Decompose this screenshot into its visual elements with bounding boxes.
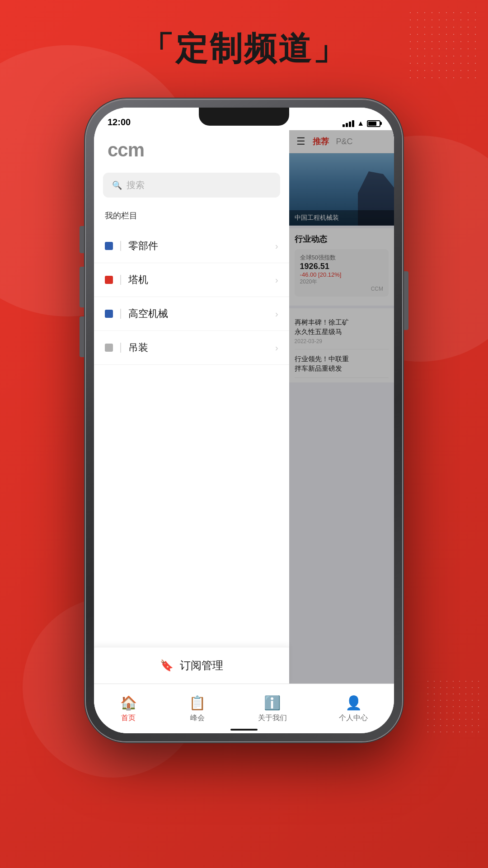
home-icon: 🏠 [120, 695, 137, 711]
volume-up-button [80, 267, 84, 307]
menu-label-gaokong: 高空机械 [128, 307, 275, 321]
volume-silent-button [80, 226, 84, 253]
category-color-dot-diaozhuang [105, 344, 113, 352]
tab-label-summit: 峰会 [190, 713, 205, 723]
category-color-dot-taiji [105, 276, 113, 284]
tab-label-home: 首页 [121, 713, 136, 723]
search-bar[interactable]: 🔍 搜索 [103, 173, 280, 198]
category-list: 零部件 › 塔机 › 高空机械 › [94, 229, 289, 365]
section-label: 我的栏目 [94, 207, 289, 225]
bottom-tab-bar: 🏠 首页 📋 峰会 ℹ️ 关于我们 👤 个人中心 [94, 684, 394, 733]
menu-label-taiji: 塔机 [128, 273, 275, 287]
left-drawer-panel: ccm 🔍 搜索 我的栏目 零部件 › 塔机 [94, 108, 289, 733]
summit-icon: 📋 [189, 695, 206, 711]
chevron-icon-taiji: › [275, 275, 278, 285]
tab-summit[interactable]: 📋 峰会 [189, 695, 206, 723]
wifi-icon: ▲ [357, 119, 364, 127]
overlay-dim [289, 108, 394, 733]
divider [120, 309, 121, 319]
signal-icon [343, 120, 354, 127]
right-content-panel: ☰ 推荐 P&C 中国工程机械装 行业动态 全球50强指数 1926.51 -4… [289, 108, 394, 733]
profile-icon: 👤 [345, 695, 362, 711]
menu-label-lingbujian: 零部件 [128, 239, 275, 253]
divider [120, 241, 121, 251]
divider [120, 275, 121, 285]
title-text: 定制频道 [175, 30, 313, 66]
ccm-logo: ccm [94, 130, 289, 168]
bookmark-icon: 🔖 [160, 659, 174, 672]
phone-mockup: 12:00 ▲ ccm 🔍 [86, 99, 402, 741]
menu-item-taiji[interactable]: 塔机 › [94, 263, 289, 297]
tab-label-about: 关于我们 [258, 713, 287, 723]
menu-item-lingbujian[interactable]: 零部件 › [94, 229, 289, 263]
subscription-label: 订阅管理 [180, 658, 223, 673]
tab-about[interactable]: ℹ️ 关于我们 [258, 695, 287, 723]
title-bracket-open: 「 [141, 30, 175, 66]
category-color-dot-lingbujian [105, 242, 113, 250]
chevron-icon-gaokong: › [275, 309, 278, 319]
search-placeholder: 搜索 [127, 179, 145, 191]
page-title: 「定制频道」 [0, 27, 488, 71]
logo-text: ccm [108, 139, 144, 161]
phone-screen: 12:00 ▲ ccm 🔍 [94, 108, 394, 733]
category-color-dot-gaokong [105, 310, 113, 318]
power-button [404, 271, 408, 330]
volume-down-button [80, 316, 84, 357]
divider [120, 343, 121, 353]
tab-profile[interactable]: 👤 个人中心 [339, 695, 368, 723]
tab-label-profile: 个人中心 [339, 713, 368, 723]
status-icons: ▲ [343, 119, 380, 127]
about-icon: ℹ️ [264, 695, 281, 711]
home-indicator [230, 729, 258, 731]
search-icon: 🔍 [112, 180, 122, 190]
title-bracket-close: 」 [313, 30, 347, 66]
bg-dots-2 [425, 678, 479, 732]
phone-notch [199, 108, 289, 126]
tab-home[interactable]: 🏠 首页 [120, 695, 137, 723]
menu-item-gaokong[interactable]: 高空机械 › [94, 297, 289, 331]
status-time: 12:00 [108, 117, 131, 127]
battery-icon [367, 120, 380, 127]
menu-label-diaozhuang: 吊装 [128, 341, 275, 354]
chevron-icon-diaozhuang: › [275, 343, 278, 353]
chevron-icon-lingbujian: › [275, 241, 278, 251]
menu-item-diaozhuang[interactable]: 吊装 › [94, 331, 289, 365]
subscription-bar[interactable]: 🔖 订阅管理 [94, 647, 289, 684]
